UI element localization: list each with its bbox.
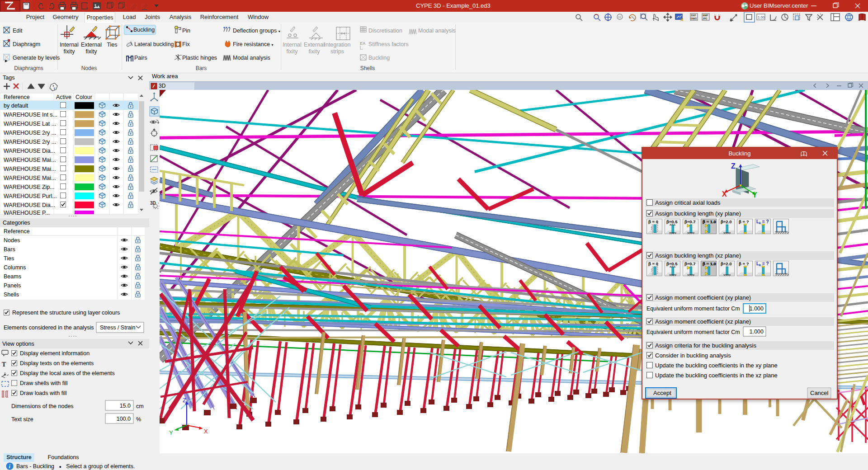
svg-text:WAREHOUSE Mai...: WAREHOUSE Mai... bbox=[4, 175, 56, 181]
svg-text:Assign moment coefficient (xy: Assign moment coefficient (xy plane) bbox=[655, 294, 751, 301]
svg-text:Assign critical axial loads: Assign critical axial loads bbox=[655, 199, 721, 206]
svg-text:Ties: Ties bbox=[4, 255, 14, 262]
svg-text:Display the local axes of the: Display the local axes of the elements bbox=[20, 370, 115, 376]
svg-text:Display element information: Display element information bbox=[20, 350, 90, 357]
svg-text:β = 1.0: β = 1.0 bbox=[703, 219, 716, 224]
svg-text:Reference: Reference bbox=[4, 228, 30, 235]
svg-text:Active: Active bbox=[56, 94, 71, 100]
svg-text:1.000: 1.000 bbox=[750, 306, 764, 312]
svg-text:Draw shells with fill: Draw shells with fill bbox=[20, 380, 68, 386]
svg-text:15.0: 15.0 bbox=[120, 403, 131, 409]
svg-text:Assign moment coefficient (xz: Assign moment coefficient (xz plane) bbox=[655, 318, 751, 325]
svg-text:WAREHOUSE 2ry ...: WAREHOUSE 2ry ... bbox=[4, 130, 56, 136]
svg-text:Update the buckling coefficien: Update the buckling coefficients in the … bbox=[655, 372, 778, 379]
svg-text:Reference: Reference bbox=[4, 94, 30, 100]
svg-text:%: % bbox=[136, 416, 141, 423]
svg-text:WAREHOUSE Dia...: WAREHOUSE Dia... bbox=[4, 148, 55, 154]
svg-text:Consider in buckling analysis: Consider in buckling analysis bbox=[655, 352, 731, 359]
svg-text:β=0.5: β=0.5 bbox=[666, 219, 678, 224]
svg-text:Colour: Colour bbox=[75, 94, 92, 100]
svg-text:T: T bbox=[53, 87, 56, 91]
svg-text:Categories: Categories bbox=[3, 220, 30, 226]
svg-text:Elements considered in the ana: Elements considered in the analysis bbox=[4, 324, 94, 331]
svg-text:β=2.0: β=2.0 bbox=[721, 219, 732, 224]
svg-text:Assign buckling length (xy pla: Assign buckling length (xy plane) bbox=[655, 210, 741, 217]
svg-text:Update the buckling coefficien: Update the buckling coefficients in the … bbox=[655, 362, 778, 369]
svg-text:Assign criteria for the buckli: Assign criteria for the buckling analysi… bbox=[655, 342, 756, 349]
svg-text:Tags: Tags bbox=[3, 75, 14, 81]
svg-text:by default: by default bbox=[4, 103, 28, 109]
svg-text:Assign buckling length (xz pla: Assign buckling length (xz plane) bbox=[655, 252, 741, 259]
svg-text:X: X bbox=[722, 190, 727, 198]
svg-text:β = 0: β = 0 bbox=[648, 261, 658, 266]
svg-text:Dimensions of the nodes: Dimensions of the nodes bbox=[11, 403, 74, 409]
svg-text:Buckling: Buckling bbox=[728, 150, 750, 157]
svg-text:β=0.5: β=0.5 bbox=[666, 261, 678, 266]
svg-text:WAREHOUSE Mai...: WAREHOUSE Mai... bbox=[4, 157, 56, 163]
svg-text:WAREHOUSE Int s...: WAREHOUSE Int s... bbox=[4, 112, 57, 118]
svg-text:Represent the structure using: Represent the structure using layer colo… bbox=[12, 310, 120, 316]
svg-text:100.0: 100.0 bbox=[117, 416, 131, 422]
svg-text:DWG: DWG bbox=[691, 17, 697, 20]
svg-text:β=0.7: β=0.7 bbox=[684, 219, 696, 224]
svg-text:WAREHOUSE Purl...: WAREHOUSE Purl... bbox=[4, 193, 57, 199]
svg-text:x2: x2 bbox=[618, 15, 622, 19]
svg-text:Stress / Strain: Stress / Strain bbox=[100, 324, 136, 331]
svg-text:Nodes: Nodes bbox=[4, 237, 20, 244]
svg-text:Y: Y bbox=[169, 429, 173, 436]
svg-text:EA: EA bbox=[360, 41, 366, 46]
svg-text:DXF: DXF bbox=[691, 14, 696, 17]
svg-text:Z: Z bbox=[183, 397, 186, 404]
svg-text:Equivalent uniform moment fact: Equivalent uniform moment factor Cm bbox=[646, 306, 740, 312]
svg-text:β=0.7: β=0.7 bbox=[684, 261, 696, 266]
svg-text:WAREHOUSE P...: WAREHOUSE P... bbox=[4, 210, 50, 216]
svg-text:β = 1.0: β = 1.0 bbox=[703, 261, 716, 266]
svg-text:X: X bbox=[204, 428, 208, 435]
svg-text:Beams: Beams bbox=[4, 273, 21, 280]
svg-text:β = ?: β = ? bbox=[739, 219, 749, 224]
svg-text:Accept: Accept bbox=[653, 390, 671, 396]
svg-text:Panels: Panels bbox=[4, 282, 21, 289]
svg-text:Equivalent uniform moment fact: Equivalent uniform moment factor Cm bbox=[646, 329, 740, 335]
svg-text:3D: 3D bbox=[159, 83, 166, 89]
svg-text:cm: cm bbox=[136, 403, 144, 409]
svg-text:Draw loads with fill: Draw loads with fill bbox=[20, 390, 67, 396]
svg-text:WAREHOUSE Zip...: WAREHOUSE Zip... bbox=[4, 184, 55, 190]
svg-text:β = ?: β = ? bbox=[739, 261, 749, 266]
svg-text:Shells: Shells bbox=[4, 291, 19, 298]
svg-text:T: T bbox=[2, 361, 6, 368]
svg-text:Y: Y bbox=[752, 191, 757, 199]
svg-text:Bars: Bars bbox=[4, 246, 15, 253]
svg-text:View options: View options bbox=[2, 341, 34, 347]
svg-text:BMP: BMP bbox=[703, 14, 708, 17]
svg-text:β=2.0: β=2.0 bbox=[721, 261, 732, 266]
svg-text:Cancel: Cancel bbox=[810, 390, 829, 396]
svg-text:Text size: Text size bbox=[11, 416, 33, 423]
svg-text:1.000: 1.000 bbox=[750, 329, 764, 335]
svg-text:JPG: JPG bbox=[703, 17, 707, 20]
svg-text:Columns: Columns bbox=[4, 264, 26, 271]
svg-text:WAREHOUSE Lat ...: WAREHOUSE Lat ... bbox=[4, 121, 56, 127]
svg-text:Z: Z bbox=[731, 162, 736, 170]
svg-text:1.00: 1.00 bbox=[758, 15, 765, 19]
svg-text:3D: 3D bbox=[150, 201, 156, 206]
svg-text:β = 0: β = 0 bbox=[648, 219, 658, 224]
svg-text:WAREHOUSE 2ry ...: WAREHOUSE 2ry ... bbox=[4, 139, 56, 145]
svg-text:WAREHOUSE Mai...: WAREHOUSE Mai... bbox=[4, 166, 56, 172]
svg-text:WAREHOUSE Dia...: WAREHOUSE Dia... bbox=[4, 202, 55, 208]
svg-text:Display texts on the elements: Display texts on the elements bbox=[20, 360, 94, 367]
